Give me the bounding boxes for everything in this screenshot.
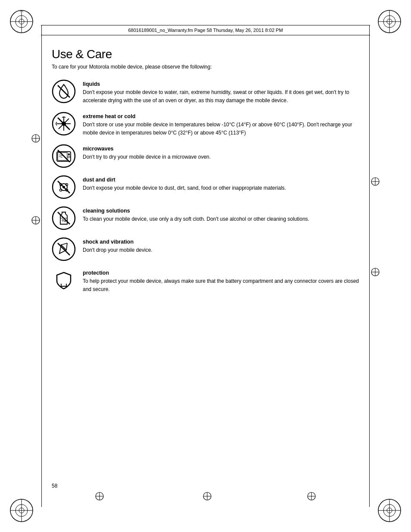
- cleaning-icon: [52, 206, 76, 230]
- heat-text: extreme heat or cold Don't store or use …: [83, 112, 359, 137]
- microwave-title: microwaves: [83, 146, 359, 152]
- shock-icon: [52, 237, 76, 261]
- protection-title: protection: [83, 270, 359, 276]
- care-item-heat: extreme heat or cold Don't store or use …: [52, 112, 359, 137]
- dust-text: dust and dirt Don't expose your mobile d…: [83, 175, 359, 192]
- heat-title: extreme heat or cold: [83, 113, 359, 119]
- dust-title: dust and dirt: [83, 177, 359, 183]
- cross-mark-bottom-2: [202, 491, 212, 503]
- dust-desc: Don't expose your mobile device to dust,…: [83, 185, 286, 191]
- care-item-shock: shock and vibration Don't drop your mobi…: [52, 237, 359, 261]
- cleaning-text: cleaning solutions To clean your mobile …: [83, 206, 359, 223]
- header-text: 68016189001_no_Warranty.fm Page 58 Thurs…: [128, 28, 283, 33]
- cross-mark-right-2: [371, 267, 380, 279]
- cross-mark-left-2: [31, 216, 40, 227]
- cross-mark-bottom-3: [307, 491, 316, 503]
- svg-point-51: [62, 122, 66, 126]
- liquids-icon: [52, 79, 76, 103]
- microwave-icon: [52, 144, 76, 168]
- heat-icon: [52, 112, 76, 136]
- protection-icon: [52, 268, 76, 292]
- svg-rect-57: [68, 156, 70, 158]
- shock-title: shock and vibration: [83, 239, 359, 245]
- left-border-line: [41, 25, 42, 507]
- header-bar: 68016189001_no_Warranty.fm Page 58 Thurs…: [41, 25, 370, 35]
- dust-icon: [52, 175, 76, 199]
- microwave-text: microwaves Don't try to dry your mobile …: [83, 144, 359, 161]
- cross-mark-right-1: [371, 177, 380, 188]
- svg-point-71: [65, 220, 66, 222]
- liquids-desc: Don't expose your mobile device to water…: [83, 89, 349, 103]
- care-item-protection: protection To help protect your mobile d…: [52, 268, 359, 294]
- protection-text: protection To help protect your mobile d…: [83, 268, 359, 294]
- liquids-title: liquids: [83, 81, 359, 87]
- cleaning-title: cleaning solutions: [83, 208, 359, 214]
- corner-mark-tl: [9, 9, 34, 34]
- svg-point-63: [60, 189, 62, 191]
- care-item-cleaning: cleaning solutions To clean your mobile …: [52, 206, 359, 230]
- cross-mark-bottom-1: [95, 491, 104, 503]
- shock-desc: Don't drop your mobile device.: [83, 247, 153, 253]
- svg-line-75: [66, 243, 67, 250]
- corner-mark-br: [377, 498, 402, 523]
- care-item-microwave: microwaves Don't try to dry your mobile …: [52, 144, 359, 168]
- liquids-text: liquids Don't expose your mobile device …: [83, 79, 359, 105]
- shock-text: shock and vibration Don't drop your mobi…: [83, 237, 359, 254]
- page-intro: To care for your Motorola mobile device,…: [52, 64, 359, 70]
- right-border-line: [369, 25, 370, 507]
- heat-desc: Don't store or use your mobile device in…: [83, 122, 352, 136]
- protection-desc: To help protect your mobile device, alwa…: [83, 278, 359, 292]
- page-number: 58: [52, 483, 57, 489]
- cleaning-desc: To clean your mobile device, use only a …: [83, 216, 309, 222]
- page-title: Use & Care: [52, 47, 359, 61]
- svg-point-65: [62, 186, 65, 188]
- corner-mark-tr: [377, 9, 402, 34]
- microwave-desc: Don't try to dry your mobile device in a…: [83, 154, 211, 160]
- care-item-liquids: liquids Don't expose your mobile device …: [52, 79, 359, 105]
- care-item-dust: dust and dirt Don't expose your mobile d…: [52, 175, 359, 199]
- svg-point-70: [62, 219, 64, 221]
- corner-mark-bl: [9, 498, 34, 523]
- care-items-list: liquids Don't expose your mobile device …: [52, 79, 359, 293]
- svg-rect-56: [68, 153, 70, 155]
- svg-rect-55: [58, 153, 67, 160]
- svg-line-74: [61, 243, 67, 245]
- svg-point-62: [66, 183, 68, 185]
- cross-mark-left-1: [31, 134, 40, 145]
- main-content: Use & Care To care for your Motorola mob…: [52, 47, 359, 463]
